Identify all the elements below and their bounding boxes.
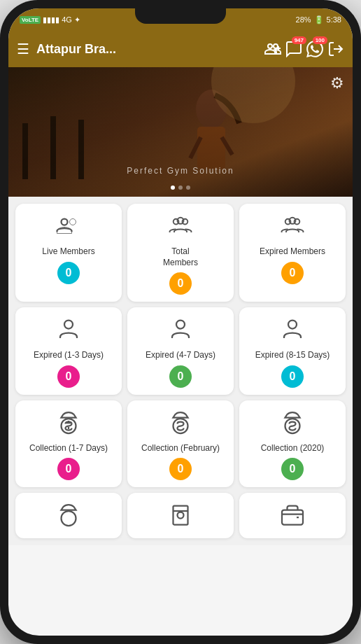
battery-icon: 🔋	[314, 15, 324, 24]
live-members-count: 0	[57, 262, 80, 284]
phone-frame: VoLTE ▮▮▮▮ 4G ✦ 28% 🔋 5:38 ☰ Attapur Bra…	[0, 0, 361, 644]
card-expired-members[interactable]: Expired Members 0	[239, 204, 346, 302]
collection-2020-label: Collection (2020)	[261, 443, 325, 454]
card-expired-1-3[interactable]: Expired (1-3 Days) 0	[15, 307, 122, 395]
person-icon-svg-2	[168, 317, 193, 342]
add-person-icon	[264, 41, 281, 57]
hero-subtitle: Perfect Gym Solution	[127, 166, 234, 176]
card-collection-feb[interactable]: Collection (February) 0	[127, 400, 234, 488]
svg-rect-29	[282, 510, 303, 525]
svg-point-19	[64, 321, 73, 329]
money-bag-icon-1	[56, 410, 81, 435]
hero-banner: ⚙ Perfect Gym Solution	[8, 67, 353, 197]
collection-feb-count: 0	[169, 458, 192, 480]
receipt-icon	[168, 503, 193, 528]
hero-overlay	[8, 67, 353, 197]
status-left: VoLTE ▮▮▮▮ 4G ✦	[20, 15, 80, 24]
toolbar-title: Attapur Bra...	[36, 42, 257, 57]
card-live-members[interactable]: Live Members 0	[15, 204, 122, 302]
person-icon-svg-3	[280, 317, 305, 342]
person-icon-svg-1	[56, 317, 81, 342]
wifi-icon: ✦	[74, 15, 80, 24]
dot-2	[178, 186, 183, 190]
expired-members-label: Expired Members	[260, 246, 325, 258]
hero-dots	[171, 186, 190, 190]
card-collection-2020[interactable]: Collection (2020) 0	[239, 400, 346, 488]
group-icon-svg	[168, 214, 193, 239]
battery-pct: 28%	[296, 15, 311, 24]
wallet-icon	[280, 503, 305, 528]
collection-1-7-count: 0	[57, 458, 80, 480]
card-row4-3[interactable]	[239, 493, 346, 538]
cards-grid: Live Members 0	[8, 197, 353, 545]
notch	[135, 8, 226, 24]
expired-members-count: 0	[281, 262, 304, 284]
toolbar-icons: 947 100	[264, 41, 344, 57]
content-area: Live Members 0	[8, 197, 353, 636]
dot-1	[171, 186, 175, 190]
logout-button[interactable]	[327, 41, 344, 57]
card-row4-1[interactable]	[15, 493, 122, 538]
collection-2020-count: 0	[281, 458, 304, 480]
bag-icon-4	[56, 503, 81, 528]
card-row4-2[interactable]	[127, 493, 234, 538]
collection-2020-icon	[280, 410, 305, 439]
collection-feb-label: Collection (February)	[141, 443, 220, 454]
whatsapp-button[interactable]: 100	[306, 41, 323, 57]
collection-feb-icon	[168, 410, 193, 439]
svg-rect-26	[174, 506, 188, 525]
card-expired-4-7[interactable]: Expired (4-7 Days) 0	[127, 307, 234, 395]
volte-badge: VoLTE	[20, 16, 41, 24]
money-bag-icon-2	[168, 410, 193, 435]
expired-group-icon-svg	[280, 214, 305, 239]
chat-button[interactable]: 947	[285, 41, 302, 57]
settings-button[interactable]: ⚙	[330, 74, 344, 92]
menu-icon[interactable]: ☰	[17, 41, 29, 57]
time: 5:38	[327, 15, 341, 24]
phone-screen: VoLTE ▮▮▮▮ 4G ✦ 28% 🔋 5:38 ☰ Attapur Bra…	[8, 8, 353, 636]
chat-badge: 947	[292, 36, 306, 44]
add-person-button[interactable]	[264, 41, 281, 57]
svg-point-25	[62, 511, 76, 526]
live-members-icon	[56, 214, 81, 242]
svg-point-21	[288, 321, 297, 329]
svg-point-20	[176, 321, 185, 329]
svg-point-12	[62, 219, 68, 225]
row4-1-icon	[56, 503, 81, 531]
card-expired-8-15[interactable]: Expired (8-15 Days) 0	[239, 307, 346, 395]
card-total-members[interactable]: TotalMembers 0	[127, 204, 234, 302]
collection-1-7-icon	[56, 410, 81, 439]
total-members-count: 0	[169, 272, 192, 295]
expired-members-icon	[280, 214, 305, 242]
network-type: 4G	[62, 15, 72, 24]
people-icon-svg	[56, 214, 81, 239]
row4-2-icon	[168, 503, 193, 531]
expired-8-15-icon	[280, 317, 305, 346]
expired-8-15-count: 0	[281, 365, 304, 388]
expired-4-7-icon	[168, 317, 193, 346]
signal-icon: ▮▮▮▮	[43, 15, 59, 24]
card-collection-1-7[interactable]: Collection (1-7 Days) 0	[15, 400, 122, 488]
status-right: 28% 🔋 5:38	[296, 15, 341, 24]
total-members-icon	[168, 214, 193, 242]
expired-4-7-label: Expired (4-7 Days)	[146, 350, 215, 361]
logout-icon	[327, 41, 344, 57]
expired-8-15-label: Expired (8-15 Days)	[255, 350, 330, 361]
total-members-label: TotalMembers	[163, 246, 198, 268]
expired-1-3-icon	[56, 317, 81, 346]
toolbar: ☰ Attapur Bra... 947	[8, 31, 353, 67]
live-members-label: Live Members	[42, 246, 94, 258]
collection-1-7-label: Collection (1-7 Days)	[29, 443, 108, 454]
svg-point-27	[178, 512, 184, 519]
whatsapp-badge: 100	[313, 36, 327, 44]
expired-4-7-count: 0	[169, 365, 192, 388]
expired-1-3-count: 0	[57, 365, 80, 388]
expired-1-3-label: Expired (1-3 Days)	[34, 350, 104, 361]
money-bag-icon-3	[280, 410, 305, 435]
dot-3	[186, 186, 190, 190]
row4-3-icon	[280, 503, 305, 531]
